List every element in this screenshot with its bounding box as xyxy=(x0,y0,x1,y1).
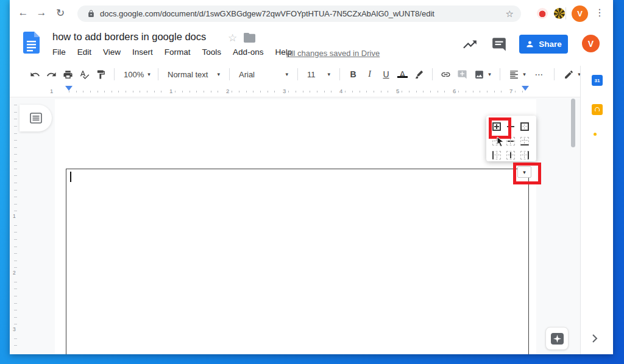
mid-vertical xyxy=(524,124,525,129)
ruler-tick xyxy=(76,91,77,93)
move-folder-icon[interactable] xyxy=(244,33,255,43)
vruler-tick xyxy=(14,303,17,304)
bottom-border-option[interactable] xyxy=(520,137,529,145)
outer-borders-option[interactable] xyxy=(520,122,529,131)
table-border-picker-popup xyxy=(486,116,536,161)
vertical-scrollbar[interactable] xyxy=(571,99,575,147)
italic-button[interactable]: I xyxy=(361,69,378,79)
left-border-option[interactable] xyxy=(492,151,501,159)
undo-icon[interactable] xyxy=(27,66,43,82)
forward-icon[interactable]: → xyxy=(34,7,49,19)
zoom-select[interactable]: 100%▾ xyxy=(119,70,153,79)
chevron-down-icon: ▾ xyxy=(488,71,491,77)
vruler-tick xyxy=(14,247,17,247)
menu-edit[interactable]: Edit xyxy=(77,47,91,57)
add-comment-icon[interactable] xyxy=(454,66,470,82)
chevron-down-icon: ▾ xyxy=(523,71,526,77)
toolbar-divider xyxy=(158,68,158,80)
vruler-tick xyxy=(14,133,17,134)
font-size-select[interactable]: 11▾ xyxy=(303,70,335,79)
underline-button[interactable]: U xyxy=(378,69,394,79)
ruler-tick xyxy=(317,91,317,93)
google-docs-icon[interactable] xyxy=(23,32,40,54)
vruler-tick xyxy=(14,169,17,169)
mid-horizontal xyxy=(522,126,527,127)
left-indent-marker[interactable] xyxy=(65,86,73,91)
font-select[interactable]: Arial▾ xyxy=(235,70,292,79)
address-bar[interactable]: docs.google.com/document/d/1swGXBGdgew72… xyxy=(77,5,521,22)
keep-icon[interactable] xyxy=(592,104,603,115)
chrome-divider xyxy=(566,7,566,19)
insert-image-icon[interactable]: ▾ xyxy=(470,66,495,82)
menu-insert[interactable]: Insert xyxy=(132,47,153,57)
menu-tools[interactable]: Tools xyxy=(202,47,222,57)
bookmark-star-icon[interactable]: ☆ xyxy=(506,9,514,19)
browser-chrome: ← → ↻ docs.google.com/document/d/1swGXBG… xyxy=(10,0,613,27)
right-border-option[interactable] xyxy=(520,151,529,159)
browser-profile-avatar[interactable]: V xyxy=(572,5,588,22)
ruler-tick xyxy=(253,91,254,93)
mid-vertical xyxy=(510,138,511,144)
share-person-icon xyxy=(525,40,534,49)
extension-icon-1[interactable] xyxy=(537,8,548,19)
chrome-menu-icon[interactable]: ⋮ xyxy=(595,7,604,18)
ruler-margin-number: 1 xyxy=(50,88,53,94)
document-outline-icon xyxy=(30,113,42,124)
spell-check-icon[interactable] xyxy=(76,66,93,82)
mid-horizontal xyxy=(522,155,527,155)
show-side-panel-icon[interactable] xyxy=(591,334,598,343)
print-icon[interactable] xyxy=(60,66,76,82)
paint-format-icon[interactable] xyxy=(93,66,109,82)
calendar-icon[interactable]: 31 xyxy=(592,75,603,86)
vertical-inner-borders-option[interactable] xyxy=(506,151,515,159)
extension-icon-2[interactable] xyxy=(554,8,565,19)
explore-button[interactable] xyxy=(545,327,569,350)
right-indent-marker[interactable] xyxy=(522,86,529,91)
align-icon[interactable]: ▾ xyxy=(505,66,530,82)
menu-file[interactable]: File xyxy=(52,47,66,57)
show-outline-button[interactable] xyxy=(20,105,52,131)
docs-profile-avatar[interactable]: V xyxy=(582,35,600,52)
ruler-tick xyxy=(310,91,310,93)
vruler-tick xyxy=(14,267,17,268)
horizontal-ruler[interactable]: 1 1234567 xyxy=(10,85,590,97)
ruler-tick xyxy=(140,91,140,93)
comments-icon[interactable] xyxy=(491,37,507,52)
ruler-tick xyxy=(239,91,239,93)
ruler-tick xyxy=(381,91,381,93)
horizontal-inner-borders-option[interactable] xyxy=(506,137,515,145)
back-icon[interactable]: ← xyxy=(16,7,30,19)
inner-borders-option[interactable] xyxy=(506,122,515,131)
vruler-tick xyxy=(14,261,17,261)
highlight-color-icon[interactable] xyxy=(411,66,427,82)
menu-addons[interactable]: Add-ons xyxy=(233,47,263,57)
toolbar-divider xyxy=(432,68,433,80)
menu-view[interactable]: View xyxy=(103,47,121,57)
redo-icon[interactable] xyxy=(43,66,60,82)
toolbar-divider xyxy=(339,68,340,80)
ruler-tick xyxy=(83,91,83,93)
save-status-link[interactable]: All changes saved in Drive xyxy=(286,49,380,58)
ruler-tick xyxy=(430,91,431,93)
more-options-icon[interactable]: ⋯ xyxy=(530,69,549,79)
paragraph-style-select[interactable]: Normal text▾ xyxy=(163,70,224,79)
chevron-down-icon: ▾ xyxy=(147,71,151,77)
ruler-tick xyxy=(303,91,303,93)
text-color-button[interactable]: A xyxy=(394,69,411,79)
document-table[interactable] xyxy=(66,169,529,354)
table-border-dropdown[interactable]: ▾ xyxy=(517,166,531,178)
all-borders-option[interactable] xyxy=(492,122,501,131)
ruler-tick xyxy=(211,91,211,93)
insert-link-icon[interactable] xyxy=(438,66,454,82)
menu-format[interactable]: Format xyxy=(165,47,191,57)
lock-icon xyxy=(87,10,95,18)
bold-button[interactable]: B xyxy=(345,69,361,79)
share-button[interactable]: Share xyxy=(519,35,568,54)
refresh-icon[interactable]: ↻ xyxy=(53,7,68,19)
vruler-tick xyxy=(14,154,17,155)
mid-horizontal xyxy=(522,140,528,141)
vruler-tick xyxy=(14,345,17,346)
star-document-icon[interactable]: ☆ xyxy=(228,32,237,44)
document-title[interactable]: how to add borders in google docs xyxy=(52,31,206,43)
insights-icon[interactable] xyxy=(462,37,478,52)
